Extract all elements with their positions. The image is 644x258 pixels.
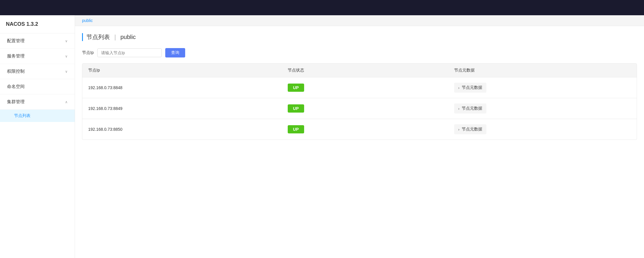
cell-meta: ›节点元数据 <box>448 98 637 119</box>
cell-status: UP <box>282 77 448 98</box>
sidebar-submenu-label: 节点列表 <box>14 113 30 118</box>
col-header-status: 节点状态 <box>282 64 448 77</box>
namespace-bar: public <box>75 15 644 26</box>
meta-label: 节点元数据 <box>462 85 482 90</box>
meta-label: 节点元数据 <box>462 106 482 111</box>
col-header-ip: 节点Ip <box>82 64 282 77</box>
sidebar-item-label: 集群管理 <box>7 99 25 105</box>
sidebar-item-cluster-mgmt[interactable]: 集群管理 ∧ <box>0 94 75 110</box>
chevron-down-icon: ∨ <box>65 54 68 58</box>
sidebar-item-label: 权限控制 <box>7 69 25 74</box>
sidebar: NACOS 1.3.2 配置管理 ∨ 服务管理 ∨ 权限控制 ∨ 命名空间 集群… <box>0 15 75 258</box>
meta-expand-button[interactable]: ›节点元数据 <box>454 83 486 93</box>
meta-expand-button[interactable]: ›节点元数据 <box>454 124 486 134</box>
top-bar <box>0 0 644 15</box>
main-content: public 节点列表 ｜ public 节点Ip 查询 节 <box>75 15 644 258</box>
chevron-up-icon: ∧ <box>65 100 68 104</box>
node-table-wrapper: 节点Ip 节点状态 节点元数据 192.168.0.73:8848UP›节点元数… <box>82 63 637 140</box>
filter-label: 节点Ip <box>82 50 94 55</box>
table-row: 192.168.0.73:8849UP›节点元数据 <box>82 98 637 119</box>
content-area: 节点列表 ｜ public 节点Ip 查询 节点Ip 节点状态 节点元数据 <box>75 26 644 258</box>
chevron-down-icon: ∨ <box>65 39 68 43</box>
query-button[interactable]: 查询 <box>165 48 185 57</box>
status-badge: UP <box>288 84 304 92</box>
status-badge: UP <box>288 104 304 113</box>
chevron-right-icon: › <box>458 127 459 132</box>
node-ip-input[interactable] <box>97 48 162 57</box>
sidebar-item-service-mgmt[interactable]: 服务管理 ∨ <box>0 49 75 64</box>
cell-meta: ›节点元数据 <box>448 77 637 98</box>
meta-label: 节点元数据 <box>462 127 482 132</box>
chevron-right-icon: › <box>458 106 459 111</box>
col-header-meta: 节点元数据 <box>448 64 637 77</box>
status-badge: UP <box>288 125 304 133</box>
sidebar-logo: NACOS 1.3.2 <box>0 15 75 33</box>
sidebar-item-config-mgmt[interactable]: 配置管理 ∨ <box>0 33 75 49</box>
sidebar-item-label: 命名空间 <box>7 84 25 89</box>
cell-status: UP <box>282 119 448 140</box>
sidebar-item-namespace[interactable]: 命名空间 <box>0 79 75 94</box>
page-title: 节点列表 <box>86 33 110 41</box>
cell-ip: 192.168.0.73:8849 <box>82 98 282 119</box>
sidebar-item-label: 配置管理 <box>7 38 25 44</box>
sidebar-submenu-cluster: 节点列表 <box>0 110 75 122</box>
chevron-right-icon: › <box>458 86 459 90</box>
cell-status: UP <box>282 98 448 119</box>
sidebar-item-auth-ctrl[interactable]: 权限控制 ∨ <box>0 64 75 79</box>
filter-bar: 节点Ip 查询 <box>82 48 637 57</box>
cell-meta: ›节点元数据 <box>448 119 637 140</box>
cell-ip: 192.168.0.73:8850 <box>82 119 282 140</box>
namespace-tag[interactable]: public <box>82 18 93 23</box>
meta-expand-button[interactable]: ›节点元数据 <box>454 103 486 113</box>
table-row: 192.168.0.73:8848UP›节点元数据 <box>82 77 637 98</box>
page-header: 节点列表 ｜ public <box>82 33 637 41</box>
node-table: 节点Ip 节点状态 节点元数据 192.168.0.73:8848UP›节点元数… <box>82 64 637 140</box>
cell-ip: 192.168.0.73:8848 <box>82 77 282 98</box>
chevron-down-icon: ∨ <box>65 69 68 74</box>
page-title-separator: ｜ <box>112 33 118 41</box>
page-subtitle: public <box>120 34 136 40</box>
table-header-row: 节点Ip 节点状态 节点元数据 <box>82 64 637 77</box>
sidebar-item-node-list[interactable]: 节点列表 <box>0 110 75 122</box>
sidebar-item-label: 服务管理 <box>7 53 25 59</box>
table-row: 192.168.0.73:8850UP›节点元数据 <box>82 119 637 140</box>
